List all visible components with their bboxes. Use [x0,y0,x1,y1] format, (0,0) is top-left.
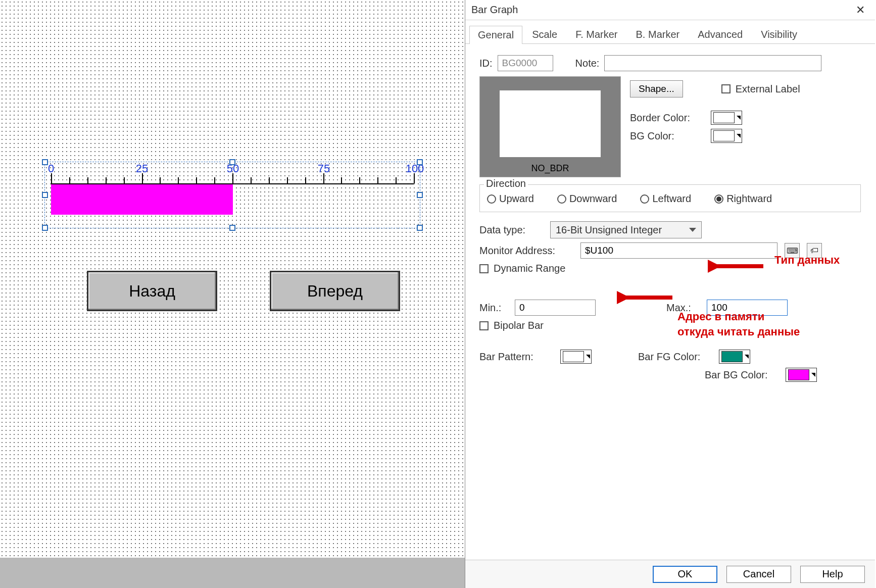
pane-general: ID: Note: NO_BDR Shape... External Label… [465,44,875,382]
titlebar[interactable]: Bar Graph ✕ [465,0,875,20]
monitor-address-field[interactable] [580,242,777,259]
canvas-button-back-label: Назад [129,282,175,301]
direction-group: Direction Upward Downward Leftward Right… [479,184,861,212]
radio-leftward-label: Leftward [652,193,691,205]
canvas-footer [0,558,465,588]
bar-fg-label: Bar FG Color: [638,351,714,363]
annotation-arrow-type [708,259,768,274]
canvas-button-forward-label: Вперед [307,282,363,301]
external-label-checkbox[interactable] [721,84,731,93]
shape-preview-caption: NO_BDR [531,163,569,177]
bar-graph-dialog: Bar Graph ✕ General Scale F. Marker B. M… [465,0,875,588]
resize-handle[interactable] [417,192,423,198]
radio-upward[interactable]: Upward [487,193,534,205]
id-field [498,55,553,71]
resize-handle[interactable] [42,159,48,165]
tab-general[interactable]: General [469,26,522,44]
monitor-address-label: Monitor Address: [479,245,575,257]
radio-leftward[interactable]: Leftward [640,193,691,205]
resize-handle[interactable] [42,192,48,198]
bg-color-picker[interactable] [711,129,742,143]
bar-pattern-picker[interactable] [560,350,592,364]
bg-color-label: BG Color: [630,130,706,142]
tab-fmarker[interactable]: F. Marker [567,25,626,43]
annotation-addr-line1: Адрес в памяти [677,310,764,323]
scale-row: 0 25 50 75 100 [45,162,420,184]
resize-handle[interactable] [42,225,48,231]
canvas-button-back[interactable]: Назад [87,271,217,311]
bar-bg-picker[interactable] [786,368,817,382]
close-icon[interactable]: ✕ [852,4,869,17]
resize-handle[interactable] [229,159,235,165]
cancel-button[interactable]: Cancel [726,566,791,583]
min-label: Min.: [479,302,510,314]
data-type-select[interactable]: 16-Bit Unsigned Integer [550,221,702,238]
shape-preview-inner [500,90,601,157]
bar-pattern-label: Bar Pattern: [479,351,555,363]
dynamic-range-label: Dynamic Range [494,263,565,274]
help-button[interactable]: Help [800,566,865,583]
tab-scale[interactable]: Scale [523,25,566,43]
radio-rightward[interactable]: Rightward [714,193,772,205]
canvas-button-forward[interactable]: Вперед [270,271,400,311]
radio-rightward-label: Rightward [726,193,772,205]
design-canvas[interactable]: 0 25 50 75 100 Назад Вперед [0,0,465,566]
dynamic-range-checkbox[interactable] [479,264,489,273]
data-type-value: 16-Bit Unsigned Integer [556,224,662,236]
external-label-text: External Label [736,83,800,95]
bar-graph-object[interactable]: 0 25 50 75 100 [44,162,420,228]
dialog-footer: OK Cancel Help [465,560,875,588]
shape-button[interactable]: Shape... [630,80,683,97]
bipolar-label: Bipolar Bar [494,320,544,331]
bar-area [51,184,426,215]
border-color-picker[interactable] [711,111,742,125]
resize-handle[interactable] [229,225,235,231]
note-field[interactable] [604,55,821,71]
annotation-addr-line2: откуда читать данные [677,325,800,338]
resize-handle[interactable] [417,225,423,231]
tabs: General Scale F. Marker B. Marker Advanc… [465,20,875,44]
direction-title: Direction [484,178,528,189]
id-label: ID: [479,58,493,69]
tab-advanced[interactable]: Advanced [689,25,751,43]
scale-ticks [51,173,414,184]
annotation-type: Тип данных [774,254,840,267]
tab-bmarker[interactable]: B. Marker [627,25,689,43]
dialog-title: Bar Graph [471,4,852,16]
resize-handle[interactable] [417,159,423,165]
bar-bg-label: Bar BG Color: [705,369,781,381]
annotation-arrow-addr [617,290,677,305]
shape-preview: NO_BDR [479,76,621,177]
ok-button[interactable]: OK [653,566,717,583]
bar-fg-picker[interactable] [719,350,750,364]
bar-fill [51,184,233,215]
radio-upward-label: Upward [499,193,534,205]
border-color-label: Border Color: [630,112,706,124]
tab-visibility[interactable]: Visibility [752,25,806,43]
bipolar-checkbox[interactable] [479,321,489,330]
radio-downward[interactable]: Downward [557,193,617,205]
min-field[interactable] [515,300,596,316]
note-label: Note: [575,58,600,69]
radio-downward-label: Downward [569,193,617,205]
data-type-label: Data type: [479,224,545,236]
